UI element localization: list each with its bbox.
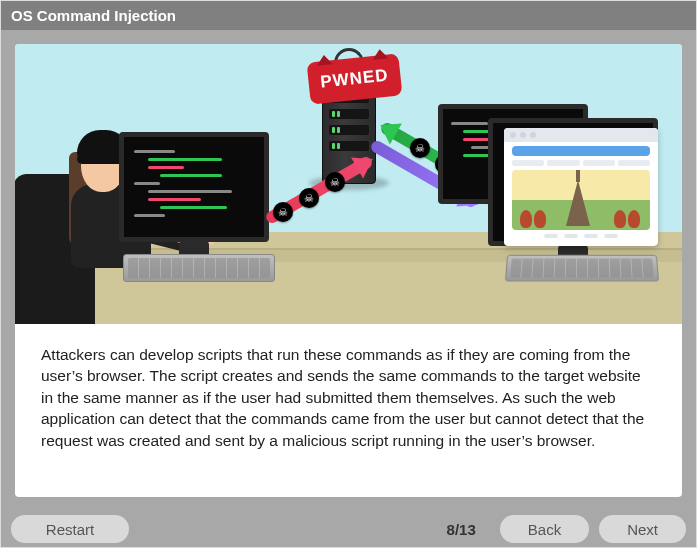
skull-icon [273,202,293,222]
footer-bar: Restart 8/13 Back Next [1,511,696,547]
keyboard-icon [123,254,275,282]
skull-icon [299,188,319,208]
restart-button[interactable]: Restart [11,515,129,543]
lesson-window: OS Command Injection [0,0,697,548]
skull-icon [325,172,345,192]
content-panel: PWNED [15,44,682,497]
illustration: PWNED [15,44,682,324]
slide-body-text: Attackers can develop scripts that run t… [15,324,682,497]
eiffel-tower-icon [566,180,590,226]
url-bar-icon [512,146,650,156]
attacker-monitor [119,132,269,242]
next-button[interactable]: Next [599,515,686,543]
browser-window-icon [504,128,658,246]
code-icon [134,145,254,229]
content-frame: PWNED [1,30,696,511]
keyboard-icon [505,255,659,282]
page-indicator: 8/13 [447,521,476,538]
pwned-sign: PWNED [306,53,402,104]
skull-icon [410,138,430,158]
title-bar: OS Command Injection [1,1,696,30]
pwned-label: PWNED [319,65,389,92]
back-button[interactable]: Back [500,515,589,543]
browser-chrome [504,128,658,142]
website-hero-image [512,170,650,230]
lesson-title: OS Command Injection [11,7,176,24]
